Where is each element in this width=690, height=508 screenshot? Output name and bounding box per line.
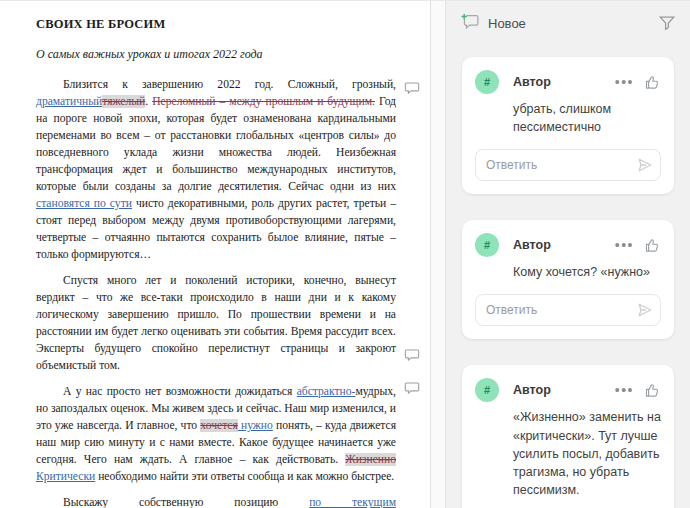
comment-options-button[interactable]: ••• — [615, 385, 634, 395]
reply-input[interactable] — [475, 294, 661, 326]
send-icon — [637, 302, 653, 318]
comment-author: Автор — [513, 238, 551, 252]
document-subtitle: О самых важных уроках и итогах 2022 года — [36, 47, 396, 62]
text-run: Год на пороге новой эпохи, которая будет… — [36, 95, 396, 193]
comment-options-button[interactable]: ••• — [615, 240, 634, 250]
tracked-change-run: Переломный – между прошлым и будущим. — [152, 95, 375, 108]
comment-anchor-icon[interactable] — [404, 81, 420, 95]
text-run: Спустя много лет и поколений историки, к… — [36, 274, 396, 372]
comment-card-header: # Автор ••• — [475, 233, 661, 257]
comment-card: # Автор ••• «Жизненно» заменить на «крит… — [462, 365, 674, 508]
tracked-change-run: тяжелый — [102, 95, 145, 108]
avatar: # — [475, 378, 499, 402]
comment-card: # Автор ••• Кому хочется? «нужно» — [462, 220, 674, 339]
reply-input[interactable] — [475, 149, 661, 181]
document-page: СВОИХ НЕ БРОСИМ О самых важных уроках и … — [0, 1, 430, 508]
comments-panel-header: Новое — [460, 11, 676, 35]
tracked-change-run: становятся по сути — [36, 197, 132, 210]
avatar: # — [475, 70, 499, 94]
comment-card: # Автор ••• убрать, слишком пессиместичн… — [462, 57, 674, 194]
avatar: # — [475, 233, 499, 257]
tracked-change-run: драматичный — [36, 95, 102, 108]
document-scrollbar[interactable] — [430, 1, 446, 508]
paragraph: Спустя много лет и поколений историки, к… — [36, 272, 396, 374]
comment-card-header: # Автор ••• — [475, 70, 661, 94]
thumbs-up-button[interactable] — [644, 74, 661, 91]
comment-author: Автор — [513, 75, 551, 89]
new-comment-label: Новое — [488, 16, 526, 31]
paragraph: Близится к завершению 2022 год. Сложный,… — [36, 76, 396, 263]
document-body: Близится к завершению 2022 год. Сложный,… — [36, 76, 396, 508]
send-icon — [637, 157, 653, 173]
text-run: А у нас просто нет возможности дожидатьс… — [63, 385, 297, 398]
add-comment-icon — [460, 13, 480, 34]
text-run: Выскажу собственную позицию — [63, 496, 309, 508]
tracked-change-run: нужно — [238, 419, 273, 432]
comment-text: «Жизненно» заменить на «критически». Тут… — [513, 408, 661, 499]
thumbs-up-button[interactable] — [644, 237, 661, 254]
thumbs-up-icon — [644, 74, 661, 91]
app-window: СВОИХ НЕ БРОСИМ О самых важных уроках и … — [0, 0, 690, 508]
comment-card-header: # Автор ••• — [475, 378, 661, 402]
text-run: необходимо найти эти ответы сообща и как… — [95, 470, 394, 483]
tracked-change-run: хочется — [200, 419, 238, 432]
tracked-change-run: Жизненно — [345, 453, 396, 466]
thumbs-up-icon — [644, 382, 661, 399]
comments-panel: Новое # Автор ••• — [446, 1, 690, 508]
comment-text: Кому хочется? «нужно» — [513, 263, 661, 281]
thumbs-up-button[interactable] — [644, 382, 661, 399]
paragraph: А у нас просто нет возможности дожидатьс… — [36, 383, 396, 485]
document-title: СВОИХ НЕ БРОСИМ — [36, 17, 396, 32]
paragraph: Выскажу собственную позицию по текущим с… — [36, 494, 396, 508]
send-reply-button[interactable] — [637, 302, 653, 318]
send-reply-button[interactable] — [637, 157, 653, 173]
comment-anchor-icon[interactable] — [404, 348, 420, 362]
reply-row — [475, 294, 661, 326]
tracked-change-run: Критически — [36, 470, 95, 483]
comment-options-button[interactable]: ••• — [615, 77, 634, 87]
new-comment-button[interactable]: Новое — [460, 13, 526, 34]
reply-row — [475, 149, 661, 181]
comments-list: # Автор ••• убрать, слишком пессиместичн… — [460, 57, 676, 508]
filter-icon — [658, 14, 676, 32]
comment-anchor-icon[interactable] — [404, 381, 420, 395]
comment-author: Автор — [513, 383, 551, 397]
text-run: Близится к завершению 2022 год. Сложный,… — [63, 78, 396, 91]
tracked-change-run: абстрактно- — [297, 385, 356, 398]
comment-text: убрать, слишком пессиместично — [513, 100, 661, 136]
filter-button[interactable] — [658, 14, 676, 32]
thumbs-up-icon — [644, 237, 661, 254]
